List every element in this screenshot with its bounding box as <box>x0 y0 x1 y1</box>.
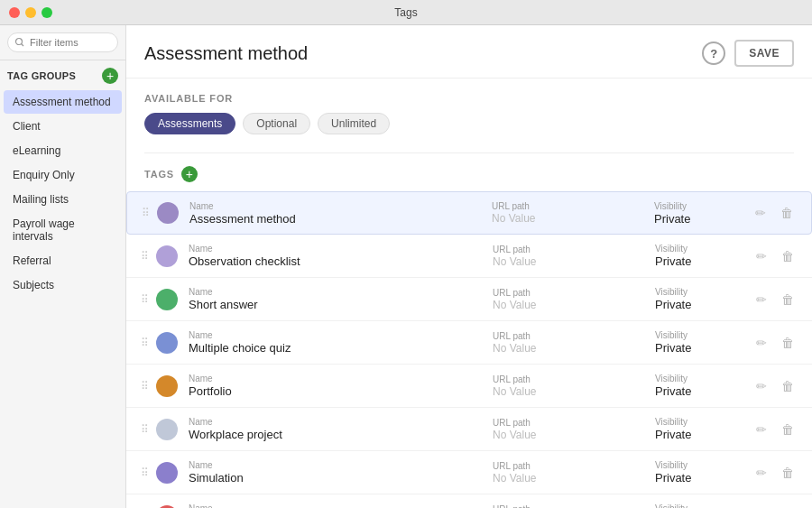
table-row[interactable]: ⠿ Name Short answer URL path No Value Vi… <box>126 278 812 321</box>
tag-name-value: Multiple choice quiz <box>189 341 493 355</box>
edit-button[interactable]: ✏ <box>752 204 770 222</box>
pill-unlimited[interactable]: Unlimited <box>318 113 390 134</box>
edit-button[interactable]: ✏ <box>752 247 770 265</box>
add-tag-button[interactable]: + <box>181 166 198 182</box>
pill-assessments[interactable]: Assessments <box>144 113 235 134</box>
edit-button[interactable]: ✏ <box>752 291 770 309</box>
available-for-section: AVAILABLE FOR AssessmentsOptionalUnlimit… <box>126 79 812 152</box>
edit-button[interactable]: ✏ <box>752 464 770 482</box>
tag-color <box>156 245 178 267</box>
delete-button[interactable]: 🗑 <box>778 420 798 439</box>
row-actions: ✏ 🗑 <box>752 420 798 439</box>
visibility-label: Visibility <box>655 287 745 297</box>
sidebar-item-assessment-method[interactable]: Assessment method <box>4 90 122 114</box>
visibility-label: Visibility <box>655 460 745 470</box>
delete-button[interactable]: 🗑 <box>778 377 798 395</box>
tags-label: TAGS <box>144 169 174 180</box>
url-value: No Value <box>493 472 637 485</box>
url-value: No Value <box>493 385 637 398</box>
url-label: URL path <box>493 245 637 254</box>
traffic-lights <box>9 7 52 18</box>
available-for-pills: AssessmentsOptionalUnlimited <box>144 113 794 134</box>
tag-name-value: Assessment method <box>189 212 492 226</box>
delete-button[interactable]: 🗑 <box>778 334 798 352</box>
name-label: Name <box>189 503 493 508</box>
visibility-value: Private <box>655 341 745 355</box>
edit-button[interactable]: ✏ <box>752 420 770 439</box>
tag-visibility-info: Visibility Private <box>655 244 745 268</box>
visibility-label: Visibility <box>655 417 745 427</box>
visibility-value: Private <box>655 471 745 485</box>
tag-name-info: Name Workplace project <box>189 417 493 441</box>
app-body: TAG GROUPS + Assessment methodClienteLea… <box>0 25 812 508</box>
delete-button[interactable]: 🗑 <box>778 464 798 482</box>
drag-handle: ⠿ <box>141 293 149 306</box>
tag-name-info: Name Short answer <box>189 287 493 311</box>
table-row[interactable]: ⠿ Name Workplace project URL path No Val… <box>126 408 812 451</box>
delete-button[interactable]: 🗑 <box>778 291 798 309</box>
tag-name-value: Workplace project <box>189 428 493 441</box>
tag-visibility-info: Visibility Private <box>655 460 745 485</box>
table-row[interactable]: ⠿ Name Observation checklist URL path No… <box>126 235 812 278</box>
tag-name-info: Name Observation checklist <box>189 244 493 268</box>
tag-groups-header: TAG GROUPS + <box>0 60 125 89</box>
table-row[interactable]: ⠿ Name Assessment method URL path No Val… <box>126 191 812 235</box>
tag-url-info: URL path No Value <box>493 331 637 355</box>
tag-color <box>156 505 178 509</box>
sidebar-item-enquiry-only[interactable]: Enquiry Only <box>4 163 122 187</box>
url-label: URL path <box>493 374 637 384</box>
available-for-label: AVAILABLE FOR <box>144 93 794 104</box>
delete-button[interactable]: 🗑 <box>778 247 798 265</box>
name-label: Name <box>189 244 493 254</box>
url-value: No Value <box>493 255 637 268</box>
tag-url-info: URL path No Value <box>493 374 637 398</box>
visibility-label: Visibility <box>655 330 745 340</box>
visibility-value: Private <box>655 254 745 268</box>
table-row[interactable]: ⠿ Name Portfolio URL path No Value Visib… <box>126 365 812 408</box>
sidebar-item-mailing-lists[interactable]: Mailing lists <box>4 188 122 211</box>
tag-name-info: Name Simulation <box>189 460 493 485</box>
save-button[interactable]: SAVE <box>734 40 794 67</box>
tag-visibility-info: Visibility Private <box>654 201 744 226</box>
sidebar-item-subjects[interactable]: Subjects <box>4 273 122 297</box>
title-bar: Tags <box>0 0 812 25</box>
table-row[interactable]: ⠿ Name Simulation URL path No Value Visi… <box>126 451 812 494</box>
sidebar-item-referral[interactable]: Referral <box>4 249 122 272</box>
tag-color <box>156 462 178 484</box>
close-button[interactable] <box>9 7 20 18</box>
pill-optional[interactable]: Optional <box>243 113 310 134</box>
url-label: URL path <box>492 201 636 211</box>
tag-url-info: URL path No Value <box>493 288 637 311</box>
sidebar-item-elearning[interactable]: eLearning <box>4 139 122 162</box>
edit-button[interactable]: ✏ <box>752 334 770 352</box>
row-actions: ✏ 🗑 <box>752 291 798 309</box>
visibility-value: Private <box>655 384 745 398</box>
drag-handle: ⠿ <box>141 423 149 436</box>
maximize-button[interactable] <box>42 7 52 18</box>
tag-visibility-info: Visibility Private <box>655 287 745 311</box>
table-row[interactable]: ⠿ Name Case study URL path No Value Visi… <box>126 494 812 508</box>
add-tag-group-button[interactable]: + <box>102 68 118 84</box>
drag-handle: ⠿ <box>142 207 150 219</box>
sidebar-items: Assessment methodClienteLearningEnquiry … <box>0 89 125 298</box>
visibility-label: Visibility <box>655 503 745 508</box>
drag-handle: ⠿ <box>141 337 149 349</box>
edit-button[interactable]: ✏ <box>752 377 770 395</box>
sidebar-item-client[interactable]: Client <box>4 115 122 138</box>
search-container <box>0 25 125 60</box>
url-value: No Value <box>493 342 637 355</box>
minimize-button[interactable] <box>25 7 36 18</box>
tag-url-info: URL path No Value <box>493 418 637 441</box>
tag-color <box>156 332 178 354</box>
delete-button[interactable]: 🗑 <box>777 204 797 222</box>
tag-name-value: Portfolio <box>189 384 493 398</box>
sidebar-item-payroll-wage-intervals[interactable]: Payroll wage intervals <box>4 212 122 248</box>
page-title: Assessment method <box>144 43 308 64</box>
visibility-label: Visibility <box>655 374 745 383</box>
tag-url-info: URL path No Value <box>492 201 636 225</box>
help-button[interactable]: ? <box>702 42 725 65</box>
row-actions: ✏ 🗑 <box>752 334 798 352</box>
table-row[interactable]: ⠿ Name Multiple choice quiz URL path No … <box>126 321 812 365</box>
search-input[interactable] <box>7 32 118 52</box>
tag-name-info: Name Assessment method <box>189 201 492 226</box>
